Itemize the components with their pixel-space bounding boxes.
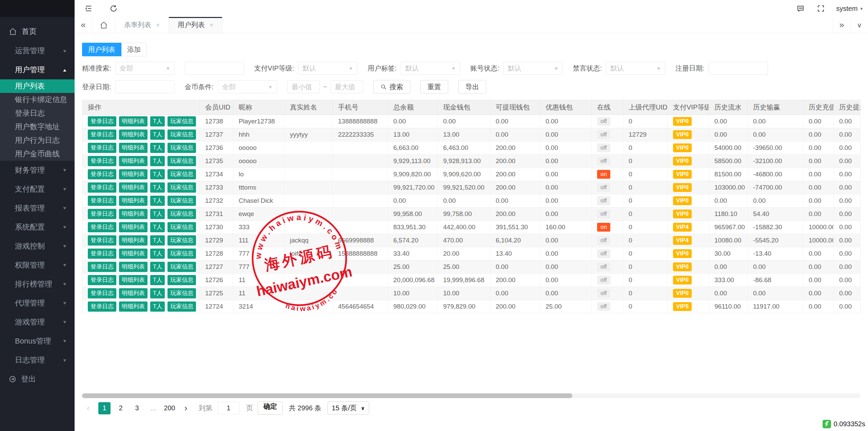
sidebar-item-home[interactable]: 首页 [0, 22, 75, 41]
action-button-明细列表[interactable]: 明细列表 [119, 196, 147, 206]
scrollbar-thumb[interactable] [82, 393, 572, 398]
action-button-明细列表[interactable]: 明细列表 [119, 249, 147, 259]
action-button-明细列表[interactable]: 明细列表 [119, 182, 147, 193]
action-button-T人[interactable]: T人 [150, 156, 165, 166]
tabs-menu-icon[interactable]: ∨ [850, 17, 868, 33]
action-button-玩家信息[interactable]: 玩家信息 [167, 275, 196, 285]
sidebar-item-logout[interactable]: 登出 [0, 370, 75, 389]
action-button-T人[interactable]: T人 [150, 288, 165, 298]
action-button-玩家信息[interactable]: 玩家信息 [167, 288, 196, 298]
coin-max-input[interactable] [331, 80, 363, 93]
action-button-T人[interactable]: T人 [150, 182, 165, 193]
fullscreen-icon[interactable] [816, 3, 826, 14]
mute-status-select[interactable]: 默认 ▼ [606, 62, 665, 75]
action-button-T人[interactable]: T人 [150, 275, 165, 285]
action-button-明细列表[interactable]: 明细列表 [119, 288, 147, 298]
tab-kill-rate-list[interactable]: 杀率列表 × [115, 17, 169, 33]
sidebar-group-日志管理[interactable]: 日志管理▼ [0, 351, 75, 370]
action-button-登录日志[interactable]: 登录日志 [88, 143, 116, 153]
sidebar-group-权限管理[interactable]: 权限管理▼ [0, 256, 75, 275]
action-button-T人[interactable]: T人 [150, 209, 165, 219]
action-button-T人[interactable]: T人 [150, 222, 165, 232]
action-button-明细列表[interactable]: 明细列表 [119, 275, 147, 285]
action-button-T人[interactable]: T人 [150, 249, 165, 259]
action-button-玩家信息[interactable]: 玩家信息 [167, 249, 196, 259]
vip-level-select[interactable]: 默认 ▼ [298, 62, 357, 75]
page-button-3[interactable]: 3 [131, 402, 143, 414]
action-button-玩家信息[interactable]: 玩家信息 [167, 182, 196, 193]
sidebar-item-登录日志[interactable]: 登录日志 [0, 106, 75, 120]
sidebar-group-Bonus管理[interactable]: Bonus管理▼ [0, 332, 75, 351]
sidebar-group-游戏控制[interactable]: 游戏控制▼ [0, 237, 75, 256]
coin-min-input[interactable] [287, 80, 320, 93]
action-button-玩家信息[interactable]: 玩家信息 [167, 169, 196, 179]
add-button[interactable]: 添加 [121, 43, 146, 56]
action-button-登录日志[interactable]: 登录日志 [88, 182, 116, 193]
action-button-登录日志[interactable]: 登录日志 [88, 130, 116, 140]
precise-search-input[interactable] [185, 62, 244, 75]
search-button[interactable]: 搜索 [373, 80, 410, 94]
login-date-input[interactable] [115, 80, 175, 93]
sidebar-item-用户列表[interactable]: 用户列表 [0, 79, 75, 93]
page-button-2[interactable]: 2 [115, 402, 127, 414]
action-button-玩家信息[interactable]: 玩家信息 [167, 116, 196, 126]
sidebar-item-用户数字地址[interactable]: 用户数字地址 [0, 120, 75, 134]
action-button-明细列表[interactable]: 明细列表 [119, 169, 147, 179]
action-button-玩家信息[interactable]: 玩家信息 [167, 130, 196, 140]
action-button-玩家信息[interactable]: 玩家信息 [167, 209, 196, 219]
action-button-登录日志[interactable]: 登录日志 [88, 222, 116, 232]
sidebar-item-用户金币曲线[interactable]: 用户金币曲线 [0, 147, 75, 161]
action-button-明细列表[interactable]: 明细列表 [119, 143, 147, 153]
action-button-登录日志[interactable]: 登录日志 [88, 116, 116, 126]
tab-user-list[interactable]: 用户列表 × [169, 17, 222, 33]
action-button-登录日志[interactable]: 登录日志 [88, 301, 116, 312]
action-button-登录日志[interactable]: 登录日志 [88, 275, 116, 285]
action-button-明细列表[interactable]: 明细列表 [119, 209, 147, 219]
sidebar-item-用户行为日志[interactable]: 用户行为日志 [0, 134, 75, 147]
action-button-T人[interactable]: T人 [150, 116, 165, 126]
action-button-玩家信息[interactable]: 玩家信息 [167, 222, 196, 232]
tabs-scroll-right-icon[interactable]: » [833, 17, 850, 33]
action-button-登录日志[interactable]: 登录日志 [88, 262, 116, 272]
export-button[interactable]: 导出 [458, 80, 486, 94]
sidebar-group-财务管理[interactable]: 财务管理▼ [0, 161, 75, 180]
action-button-T人[interactable]: T人 [150, 130, 165, 140]
action-button-明细列表[interactable]: 明细列表 [119, 156, 147, 166]
prev-page-icon[interactable]: ‹ [82, 402, 94, 414]
jump-page-input[interactable] [218, 402, 239, 414]
coin-condition-select[interactable]: 全部 ▼ [218, 80, 277, 93]
close-icon[interactable]: × [156, 21, 160, 29]
action-button-玩家信息[interactable]: 玩家信息 [167, 262, 196, 272]
sidebar-group-支付配置[interactable]: 支付配置▼ [0, 180, 75, 199]
action-button-T人[interactable]: T人 [150, 262, 165, 272]
action-button-明细列表[interactable]: 明细列表 [119, 116, 147, 126]
action-button-明细列表[interactable]: 明细列表 [119, 301, 147, 312]
action-button-明细列表[interactable]: 明细列表 [119, 235, 147, 246]
collapse-sidebar-icon[interactable] [83, 3, 94, 14]
tabs-scroll-left-icon[interactable]: « [75, 17, 92, 33]
register-date-input[interactable] [709, 62, 768, 75]
reset-button[interactable]: 重置 [420, 80, 448, 94]
action-button-登录日志[interactable]: 登录日志 [88, 156, 116, 166]
page-button-200[interactable]: 200 [163, 402, 176, 414]
action-button-登录日志[interactable]: 登录日志 [88, 169, 116, 179]
action-button-T人[interactable]: T人 [150, 301, 165, 312]
sidebar-group-运营管理[interactable]: 运营管理▼ [0, 41, 75, 60]
sidebar-group-系统配置[interactable]: 系统配置▼ [0, 218, 75, 237]
sidebar-group-排行榜管理[interactable]: 排行榜管理▼ [0, 275, 75, 294]
action-button-玩家信息[interactable]: 玩家信息 [167, 156, 196, 166]
page-size-select[interactable]: 15 条/页 ∨ [328, 401, 370, 415]
action-button-明细列表[interactable]: 明细列表 [119, 130, 147, 140]
user-list-button[interactable]: 用户列表 [82, 43, 121, 56]
account-status-select[interactable]: 默认 ▼ [503, 62, 563, 75]
sidebar-group-用户管理[interactable]: 用户管理▲ [0, 60, 75, 79]
action-button-玩家信息[interactable]: 玩家信息 [167, 301, 196, 312]
action-button-登录日志[interactable]: 登录日志 [88, 249, 116, 259]
sidebar-group-游戏管理[interactable]: 游戏管理▼ [0, 313, 75, 332]
sidebar-group-报表管理[interactable]: 报表管理▼ [0, 199, 75, 218]
user-tag-select[interactable]: 默认 ▼ [401, 62, 460, 75]
next-page-icon[interactable]: › [180, 402, 192, 414]
message-icon[interactable] [795, 3, 806, 14]
sidebar-group-代理管理[interactable]: 代理管理▼ [0, 294, 75, 313]
action-button-玩家信息[interactable]: 玩家信息 [167, 235, 196, 246]
